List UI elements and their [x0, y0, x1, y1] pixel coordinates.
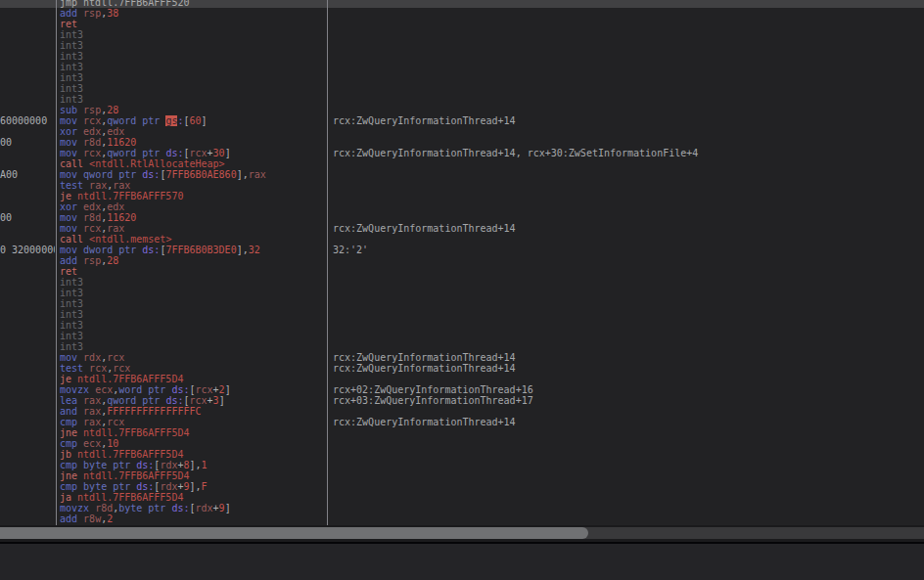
disasm-row[interactable]: int3 — [0, 288, 924, 298]
disasm-row[interactable]: cmp ecx,10 — [0, 438, 924, 449]
instruction-text: int3 — [60, 94, 83, 105]
disasm-row[interactable]: int3 — [0, 62, 924, 72]
disasm-row[interactable]: 00mov r8d,11620 — [0, 212, 924, 223]
disasm-row[interactable]: test rax,rax — [0, 180, 924, 191]
bytes-column-cell — [0, 363, 55, 374]
instruction-text: cmp byte ptr ds:[rdx+8],1 — [60, 460, 208, 470]
instruction-text: int3 — [60, 320, 83, 331]
bytes-column-cell — [0, 288, 55, 298]
bytes-column-cell — [0, 94, 55, 105]
disassembly-view[interactable]: jmp ntdll.7FFB6AFFF520add rsp,38retint3i… — [0, 0, 924, 525]
disasm-row[interactable]: jb ntdll.7FFB6AFFF5D4 — [0, 449, 924, 460]
bytes-column-cell — [0, 352, 55, 363]
bytes-column-cell — [0, 438, 55, 449]
disasm-row[interactable]: cmp byte ptr ds:[rdx+8],1 — [0, 460, 924, 470]
disasm-row[interactable]: ret — [0, 19, 924, 29]
disasm-row[interactable]: int3 — [0, 83, 924, 94]
disasm-row[interactable]: mov rcx,raxrcx:ZwQueryInformationThread+… — [0, 223, 924, 234]
disasm-row[interactable]: jmp ntdll.7FFB6AFFF520 — [0, 0, 924, 8]
disasm-row[interactable]: mov rdx,rcxrcx:ZwQueryInformationThread+… — [0, 352, 924, 363]
instruction-text: int3 — [60, 51, 83, 62]
disasm-row[interactable]: 0 32000000mov dword ptr ds:[7FFB6B0B3DE0… — [0, 245, 924, 255]
instruction-text: mov qword ptr ds:[7FFB6B0AE860],rax — [60, 169, 266, 180]
instruction-text: int3 — [60, 331, 83, 341]
instruction-text: xor edx,edx — [60, 126, 124, 137]
disasm-row[interactable]: movzx r8d,byte ptr ds:[rdx+9] — [0, 503, 924, 513]
disasm-row[interactable]: call <ntdll.memset> — [0, 234, 924, 245]
bottom-panel — [0, 544, 924, 580]
horizontal-scrollbar-thumb[interactable] — [0, 527, 588, 539]
instruction-text: je ntdll.7FFB6AFFF570 — [60, 191, 183, 201]
instruction-text: cmp ecx,10 — [60, 438, 118, 449]
disasm-row[interactable]: int3 — [0, 341, 924, 352]
disasm-row[interactable]: ja ntdll.7FFB6AFFF5D4 — [0, 492, 924, 503]
bytes-column-cell — [0, 255, 55, 266]
disasm-row[interactable]: add rsp,28 — [0, 255, 924, 266]
disasm-row[interactable]: int3 — [0, 29, 924, 40]
instruction-text: movzx ecx,word ptr ds:[rcx+2] — [60, 384, 231, 395]
disasm-row[interactable]: int3 — [0, 277, 924, 288]
bytes-column-cell — [0, 126, 55, 137]
instruction-text: call <ntdll.RtlAllocateHeap> — [60, 158, 225, 169]
bytes-column-cell — [0, 72, 55, 83]
disasm-row[interactable]: 00mov r8d,11620 — [0, 137, 924, 148]
disasm-row[interactable]: cmp byte ptr ds:[rdx+9],F — [0, 481, 924, 492]
disasm-row[interactable]: call <ntdll.RtlAllocateHeap> — [0, 158, 924, 169]
bytes-column-cell — [0, 62, 55, 72]
disasm-comment-column-divider[interactable] — [327, 0, 328, 525]
comment-text: rcx:ZwQueryInformationThread+14 — [333, 363, 516, 374]
bytes-column-cell — [0, 180, 55, 191]
disasm-row[interactable]: xor edx,edx — [0, 201, 924, 212]
disasm-row[interactable]: xor edx,edx — [0, 126, 924, 137]
disasm-row[interactable]: lea rax,qword ptr ds:[rcx+3]rcx+03:ZwQue… — [0, 395, 924, 406]
bytes-disasm-column-divider[interactable] — [56, 0, 57, 525]
bytes-column-cell — [0, 19, 55, 29]
bytes-column-cell — [0, 8, 55, 19]
disasm-row[interactable]: int3 — [0, 94, 924, 105]
instruction-text: test rax,rax — [60, 180, 130, 191]
disasm-row[interactable]: je ntdll.7FFB6AFFF570 — [0, 191, 924, 201]
bytes-column-cell — [0, 395, 55, 406]
instruction-text: and rax,FFFFFFFFFFFFFFFC — [60, 406, 202, 417]
disasm-row[interactable]: int3 — [0, 331, 924, 341]
disasm-row[interactable]: A00mov qword ptr ds:[7FFB6B0AE860],rax — [0, 169, 924, 180]
instruction-text: mov r8d,11620 — [60, 137, 136, 148]
instruction-text: add r8w,2 — [60, 513, 113, 524]
instruction-text: cmp byte ptr ds:[rdx+9],F — [60, 481, 208, 492]
disasm-row[interactable]: add r8w,2 — [0, 513, 924, 524]
instruction-text: int3 — [60, 29, 83, 40]
disasm-row[interactable]: test rcx,rcxrcx:ZwQueryInformationThread… — [0, 363, 924, 374]
disasm-row[interactable]: int3 — [0, 40, 924, 51]
bytes-column-cell — [0, 0, 55, 8]
horizontal-scrollbar[interactable] — [0, 527, 924, 539]
disasm-row[interactable]: ret — [0, 266, 924, 277]
bytes-column-cell — [0, 298, 55, 309]
disasm-row[interactable]: 60000000mov rcx,qword ptr gs:[60]rcx:ZwQ… — [0, 115, 924, 126]
instruction-text: je ntdll.7FFB6AFFF5D4 — [60, 374, 183, 384]
disasm-row[interactable]: je ntdll.7FFB6AFFF5D4 — [0, 374, 924, 384]
instruction-text: int3 — [60, 298, 83, 309]
disasm-row[interactable]: int3 — [0, 51, 924, 62]
disasm-row[interactable]: movzx ecx,word ptr ds:[rcx+2]rcx+02:ZwQu… — [0, 384, 924, 395]
bytes-column-cell — [0, 191, 55, 201]
debugger-window: jmp ntdll.7FFB6AFFF520add rsp,38retint3i… — [0, 0, 924, 580]
disasm-row[interactable]: sub rsp,28 — [0, 105, 924, 115]
instruction-text: ja ntdll.7FFB6AFFF5D4 — [60, 492, 183, 503]
bytes-column-cell — [0, 320, 55, 331]
disasm-row[interactable]: mov rcx,qword ptr ds:[rcx+30]rcx:ZwQuery… — [0, 148, 924, 158]
disasm-row[interactable]: jne ntdll.7FFB6AFFF5D4 — [0, 470, 924, 481]
disasm-row[interactable]: int3 — [0, 320, 924, 331]
instruction-text: mov rcx,qword ptr gs:[60] — [60, 115, 208, 126]
instruction-text: mov r8d,11620 — [60, 212, 136, 223]
bytes-column-cell — [0, 449, 55, 460]
disasm-row[interactable]: int3 — [0, 72, 924, 83]
disasm-row[interactable]: int3 — [0, 298, 924, 309]
bytes-column-cell: 00 — [0, 137, 55, 148]
disasm-row[interactable]: jne ntdll.7FFB6AFFF5D4 — [0, 427, 924, 438]
instruction-text: jne ntdll.7FFB6AFFF5D4 — [60, 427, 189, 438]
disassembly-rows: jmp ntdll.7FFB6AFFF520add rsp,38retint3i… — [0, 0, 924, 524]
disasm-row[interactable]: int3 — [0, 309, 924, 320]
disasm-row[interactable]: add rsp,38 — [0, 8, 924, 19]
disasm-row[interactable]: cmp rax,rcxrcx:ZwQueryInformationThread+… — [0, 417, 924, 427]
disasm-row[interactable]: and rax,FFFFFFFFFFFFFFFC — [0, 406, 924, 417]
